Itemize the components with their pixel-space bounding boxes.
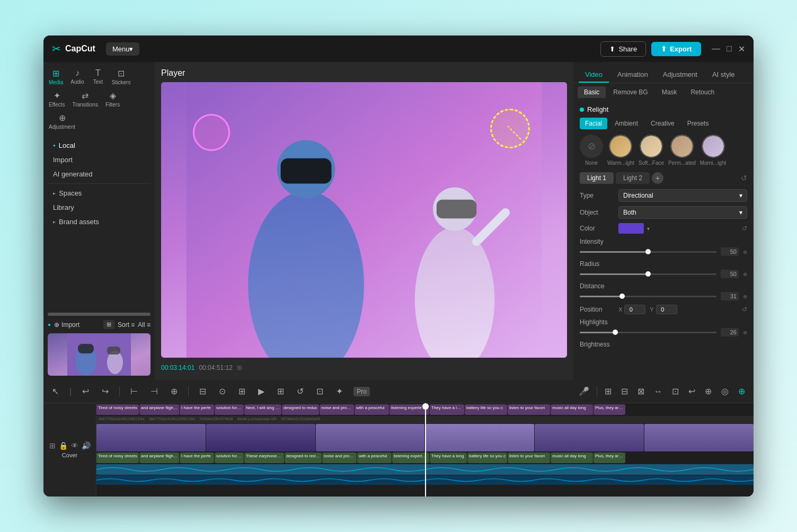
clip-5[interactable]: Next, I will sing a s [244, 404, 281, 415]
clip-2[interactable]: and airplane flights? [139, 404, 179, 415]
transform-tool[interactable]: ⊡ [314, 384, 325, 398]
light-circle-right[interactable] [490, 109, 530, 148]
tab-text[interactable]: T Text [88, 66, 108, 87]
playback-speed[interactable]: ◎ [719, 384, 731, 398]
clip-t8[interactable]: with a peaceful [357, 453, 392, 463]
pro-tool[interactable]: Pro [353, 387, 370, 396]
subtab-retouch[interactable]: Retouch [684, 86, 721, 98]
trim-tool[interactable]: ⊣ [148, 384, 160, 398]
eye-icon[interactable]: 👁 [71, 441, 78, 450]
tab-transitions[interactable]: ⇄ Transitions [69, 88, 101, 110]
nav-spaces[interactable]: ▸ Spaces [48, 186, 150, 200]
clip-8[interactable]: with a peaceful [355, 404, 389, 415]
minimize-button[interactable]: — [712, 44, 720, 54]
radius-thumb[interactable] [645, 271, 651, 277]
nav-import[interactable]: Import [48, 153, 150, 167]
light-tab-1[interactable]: Light 1 [580, 172, 614, 184]
clip-t13[interactable]: music all day long [551, 453, 593, 463]
clip-7[interactable]: noise and provide [320, 404, 354, 415]
clip-14[interactable]: Plus, they are li [594, 404, 625, 415]
tab-media[interactable]: ⊞ Media [46, 66, 66, 87]
tab-stickers[interactable]: ⊡ Stickers [109, 66, 134, 87]
view-toggle[interactable]: ⊞ [103, 320, 114, 329]
video-frame[interactable] [644, 424, 754, 451]
highlights-stepper[interactable]: ⊕ [743, 330, 747, 335]
position-x-field[interactable] [624, 305, 645, 314]
subtab-basic[interactable]: Basic [578, 86, 606, 98]
facial-tab-presets[interactable]: Presets [682, 118, 714, 129]
nav-brand-assets[interactable]: ▸ Brand assets [48, 215, 150, 229]
clip-12[interactable]: listen to your favori [508, 404, 550, 415]
tab-effects[interactable]: ✦ Effects [46, 88, 68, 110]
tab-adjustment[interactable]: ⊕ Adjustment [46, 111, 78, 132]
reset-light-button[interactable]: ↺ [741, 174, 747, 182]
video-frame[interactable] [96, 424, 206, 451]
corner-tool[interactable]: ✦ [334, 384, 345, 398]
clip-t7[interactable]: noise and provide y [322, 453, 357, 463]
clip-3[interactable]: I have the perfe [180, 404, 214, 415]
preset-none[interactable]: ⊘ None [580, 135, 603, 166]
clip-t1[interactable]: Tired of noisy streets [96, 453, 139, 463]
facial-tab-facial[interactable]: Facial [580, 118, 607, 129]
distance-slider[interactable] [580, 296, 716, 297]
position-reset-icon[interactable]: ↺ [742, 306, 747, 313]
preset-warm[interactable]: Warm...ight [607, 135, 634, 166]
volume-icon[interactable]: 🔊 [82, 441, 91, 450]
clip-t2[interactable]: and airplane flights? [139, 453, 179, 463]
clip-t10[interactable]: They have a long [430, 453, 467, 463]
radius-slider[interactable] [580, 273, 716, 275]
zoom-tool[interactable]: ⊕ [736, 384, 747, 398]
share-button[interactable]: ⬆ Share [600, 41, 646, 57]
video-frame[interactable] [316, 424, 425, 451]
video-frame[interactable] [535, 424, 644, 451]
frame-icon[interactable]: ⊞ [49, 441, 56, 450]
highlights-thumb[interactable] [613, 330, 618, 335]
crop-tool[interactable]: ⊞ [236, 384, 247, 398]
all-filter-button[interactable]: All ≡ [138, 321, 150, 329]
clip-4[interactable]: solution for you [215, 404, 244, 415]
select-tool[interactable]: ↖ [50, 384, 61, 398]
clip-t14[interactable]: Plus, they are li [594, 453, 625, 463]
radius-stepper[interactable]: ⊕ [743, 271, 747, 277]
facial-tab-ambient[interactable]: Ambient [609, 118, 643, 129]
type-dropdown[interactable]: Directional ▾ [618, 189, 747, 202]
undo-button[interactable]: ↩ [80, 384, 91, 398]
subtab-mask[interactable]: Mask [656, 86, 684, 98]
intensity-slider[interactable] [580, 251, 716, 253]
clip-t6[interactable]: designed to reduce [285, 453, 322, 463]
play-tool[interactable]: ▶ [256, 384, 267, 398]
freeze-tool[interactable]: ⊙ [217, 384, 228, 398]
clip-t12[interactable]: listen to your favori [508, 453, 550, 463]
color-reset-icon[interactable]: ↺ [742, 225, 747, 232]
lock-icon[interactable]: 🔒 [59, 441, 68, 450]
tab-audio[interactable]: ♪ Audio [67, 66, 87, 87]
nav-ai-generated[interactable]: AI generated [48, 167, 150, 181]
close-button[interactable]: ✕ [738, 44, 745, 54]
nav-library[interactable]: Library [48, 200, 150, 215]
tab-ai-style[interactable]: AI style [706, 67, 741, 83]
distance-stepper[interactable]: ⊕ [743, 294, 747, 299]
export-button[interactable]: ⬆ Export [651, 42, 701, 56]
clip-13[interactable]: music all day long [551, 404, 593, 415]
sort-button[interactable]: Sort ≡ [118, 321, 135, 329]
grid-view[interactable]: ⊞ [603, 384, 614, 398]
media-thumbnail[interactable] [48, 333, 150, 376]
light-tab-2[interactable]: Light 2 [616, 172, 650, 184]
clip-t9[interactable]: listening experience [392, 453, 429, 463]
clip-10[interactable]: They have a long [430, 404, 464, 415]
preset-morning[interactable]: Morni...ight [700, 135, 726, 166]
preset-perm[interactable]: Perm...ated [668, 135, 696, 166]
distance-thumb[interactable] [619, 294, 625, 299]
clip-t3[interactable]: I have the perfe [180, 453, 214, 463]
add-light-button[interactable]: + [652, 172, 663, 184]
delete-tool[interactable]: ⊟ [197, 384, 208, 398]
import-button[interactable]: ⊕ Import [54, 321, 79, 329]
tab-filters[interactable]: ◈ Filters [102, 88, 123, 110]
mirror-tool[interactable]: ⊞ [275, 384, 286, 398]
clip-6[interactable]: designed to reduc [282, 404, 319, 415]
timeline-tracks[interactable]: Tired of noisy streets and airplane flig… [96, 403, 754, 496]
trim-right-tool[interactable]: ⊕ [169, 384, 180, 398]
clip-11[interactable]: battery life so you c [465, 404, 507, 415]
intensity-stepper[interactable]: ⊕ [743, 249, 747, 255]
subtab-remove-bg[interactable]: Remove BG [607, 86, 654, 98]
